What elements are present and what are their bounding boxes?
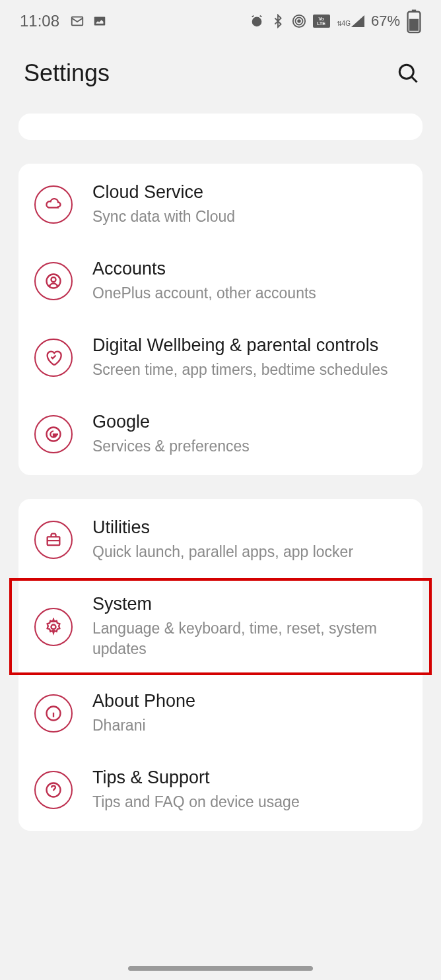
status-right: VoLTE ⇅4G 67%: [250, 13, 421, 30]
briefcase-icon: [34, 521, 73, 559]
svg-point-11: [51, 277, 56, 282]
settings-item-google[interactable]: Google Services & preferences: [18, 396, 423, 473]
gmail-icon: [70, 14, 85, 28]
item-text: About Phone Dharani: [92, 691, 407, 736]
item-subtitle: Screen time, app timers, bedtime schedul…: [92, 360, 407, 380]
item-text: Accounts OnePlus account, other accounts: [92, 259, 407, 304]
search-icon: [396, 61, 420, 85]
settings-item-digital-wellbeing[interactable]: Digital Wellbeing & parental controls Sc…: [18, 319, 423, 396]
person-icon: [34, 262, 73, 300]
search-button[interactable]: [395, 60, 421, 86]
item-text: Digital Wellbeing & parental controls Sc…: [92, 335, 407, 380]
status-bar: 11:08 VoLTE ⇅4G 67%: [0, 0, 441, 40]
item-subtitle: Sync data with Cloud: [92, 207, 407, 227]
item-subtitle: OnePlus account, other accounts: [92, 283, 407, 304]
volte-icon: VoLTE: [313, 15, 330, 28]
heart-icon: [34, 339, 73, 377]
item-title: System: [92, 594, 407, 614]
status-time: 11:08: [20, 12, 59, 30]
item-subtitle: Services & preferences: [92, 436, 407, 457]
bluetooth-icon: [271, 14, 285, 28]
item-title: About Phone: [92, 691, 407, 711]
svg-point-9: [399, 65, 413, 79]
settings-group-2: Utilities Quick launch, parallel apps, a…: [18, 499, 423, 831]
cloud-icon: [34, 185, 73, 224]
settings-group-1: Cloud Service Sync data with Cloud Accou…: [18, 164, 423, 475]
svg-point-2: [252, 17, 261, 27]
item-text: Tips & Support Tips and FAQ on device us…: [92, 768, 407, 812]
content-area: Cloud Service Sync data with Cloud Accou…: [0, 114, 441, 831]
google-icon: [34, 415, 73, 453]
item-subtitle: Quick launch, parallel apps, app locker: [92, 542, 407, 562]
svg-rect-1: [94, 17, 106, 26]
settings-item-accounts[interactable]: Accounts OnePlus account, other accounts: [18, 243, 423, 319]
photos-icon: [92, 14, 107, 28]
item-text: Cloud Service Sync data with Cloud: [92, 182, 407, 227]
settings-item-about-phone[interactable]: About Phone Dharani: [18, 675, 423, 752]
hotspot-icon: [292, 14, 306, 28]
item-text: System Language & keyboard, time, reset,…: [92, 594, 407, 659]
info-icon: [34, 694, 73, 733]
settings-item-cloud-service[interactable]: Cloud Service Sync data with Cloud: [18, 166, 423, 243]
item-subtitle: Language & keyboard, time, reset, system…: [92, 618, 407, 659]
battery-icon: [407, 14, 421, 28]
navigation-bar-handle[interactable]: [128, 966, 313, 971]
alarm-icon: [250, 14, 264, 28]
item-title: Tips & Support: [92, 768, 407, 788]
settings-item-utilities[interactable]: Utilities Quick launch, parallel apps, a…: [18, 502, 423, 578]
card-partial-top: [18, 114, 423, 140]
help-icon: [34, 771, 73, 809]
item-title: Cloud Service: [92, 182, 407, 203]
svg-rect-7: [412, 10, 416, 12]
settings-item-system[interactable]: System Language & keyboard, time, reset,…: [9, 578, 432, 675]
svg-rect-8: [409, 19, 419, 31]
item-text: Google Services & preferences: [92, 412, 407, 457]
header: Settings: [0, 40, 441, 114]
status-left: 11:08: [20, 12, 107, 30]
page-title: Settings: [24, 59, 110, 87]
network-signal-icon: ⇅4G: [337, 15, 364, 27]
settings-item-tips-support[interactable]: Tips & Support Tips and FAQ on device us…: [18, 752, 423, 828]
item-text: Utilities Quick launch, parallel apps, a…: [92, 517, 407, 562]
svg-point-14: [51, 624, 56, 629]
gear-icon: [34, 608, 73, 646]
svg-point-3: [298, 20, 300, 22]
item-subtitle: Tips and FAQ on device usage: [92, 792, 407, 812]
item-title: Google: [92, 412, 407, 432]
item-title: Utilities: [92, 517, 407, 538]
item-title: Digital Wellbeing & parental controls: [92, 335, 407, 356]
item-title: Accounts: [92, 259, 407, 279]
item-subtitle: Dharani: [92, 715, 407, 736]
battery-percent: 67%: [371, 13, 400, 30]
